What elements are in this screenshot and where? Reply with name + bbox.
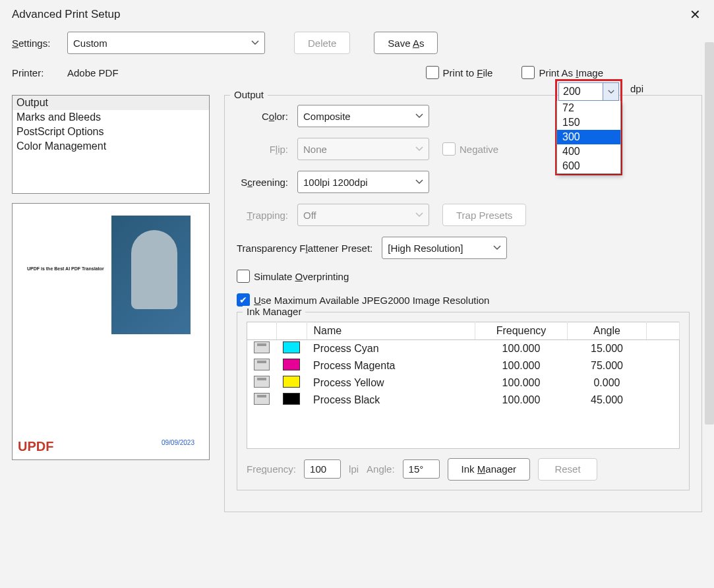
trapping-label: Trapping: [237,210,288,221]
dpi-value[interactable]: 200 [558,82,603,101]
sidebar-item-output[interactable]: Output [13,96,209,110]
print-to-file-checkbox[interactable]: Print to File [426,66,493,79]
color-swatch [283,376,300,388]
ink-angle: 45.000 [568,392,647,409]
vertical-scrollbar[interactable] [705,42,714,425]
dpi-option[interactable]: 72 [557,101,620,115]
ink-row[interactable]: Process Cyan100.00015.000 [247,340,680,358]
section-listbox[interactable]: Output Marks and Bleeds PostScript Optio… [12,95,210,194]
ink-manager-legend: Ink Manager [243,306,305,317]
dpi-option[interactable]: 150 [557,115,620,130]
dpi-option[interactable]: 300 [557,130,620,144]
color-select[interactable]: Composite [297,105,429,127]
preview-date: 09/09/2023 [162,439,194,446]
printer-value: Adobe PDF [67,67,265,78]
checkbox-checked-icon: ✔ [237,293,250,307]
screening-select[interactable]: 100lpi 1200dpi [297,171,429,193]
checkbox-icon [442,142,456,156]
flip-label: Flip: [237,144,288,155]
color-swatch [283,359,300,370]
ink-name: Process Yellow [307,374,475,392]
chevron-down-icon [415,212,423,218]
checkbox-icon [521,66,535,79]
printer-icon [254,376,270,388]
ink-frequency: 100.000 [475,340,568,358]
chevron-down-icon [251,40,259,45]
flattener-label: Transparency Flattener Preset: [237,243,372,254]
checkbox-icon [426,66,439,79]
color-label: Color: [237,111,288,122]
title-bar: Advanced Print Setup ✕ [0,0,714,26]
print-preview: UPDF is the Best AI PDF Translator 09/09… [12,203,210,460]
settings-select[interactable]: Custom [67,32,265,54]
close-icon[interactable]: ✕ [686,7,705,22]
col-frequency[interactable]: Frequency [475,322,568,340]
advanced-print-setup-dialog: Advanced Print Setup ✕ Settings: Custom … [0,0,714,588]
ink-angle: 75.000 [568,357,647,374]
simulate-overprint-checkbox[interactable]: Simulate Overprinting [237,270,349,283]
color-swatch [283,393,300,405]
lpi-label: lpi [349,463,359,475]
trap-presets-button: Trap Presets [442,204,526,226]
output-legend: Output [230,89,268,100]
checkbox-icon [237,270,250,283]
frequency-label: Frequency: [247,463,296,475]
flip-select: None [297,138,429,160]
print-to-file-label: Print to File [443,67,493,78]
ink-row[interactable]: Process Magenta100.00075.000 [247,357,680,374]
ink-name: Process Magenta [307,357,475,374]
color-swatch [283,341,300,353]
chevron-down-icon [493,245,501,250]
use-max-jpeg-checkbox[interactable]: ✔ Use Maximum Available JPEG2000 Image R… [237,293,489,307]
ink-table: Name Frequency Angle Process Cyan100.000… [247,322,680,449]
ink-name: Process Cyan [307,340,475,358]
delete-button[interactable]: Delete [294,32,350,54]
printer-label: Printer: [12,67,58,78]
dpi-dropdown-list[interactable]: 72150300400600 [556,101,621,174]
angle-label: Angle: [367,463,395,475]
ink-frequency: 100.000 [475,357,568,374]
col-name[interactable]: Name [307,322,475,340]
dpi-control[interactable]: 200 72150300400600 dpi [555,79,634,175]
sidebar-item-color-mgmt[interactable]: Color Management [13,139,209,154]
sidebar-item-marks-bleeds[interactable]: Marks and Bleeds [13,110,209,125]
trapping-select: Off [297,204,429,226]
dpi-dropdown-button[interactable] [603,82,619,101]
col-angle[interactable]: Angle [568,322,647,340]
window-title: Advanced Print Setup [12,8,120,21]
ink-angle: 0.000 [568,374,647,392]
use-max-jpeg-label: Use Maximum Available JPEG2000 Image Res… [254,295,489,306]
reset-button: Reset [538,458,597,481]
screening-label: Screening: [237,177,288,188]
sidebar-item-postscript[interactable]: PostScript Options [13,125,209,139]
dpi-option[interactable]: 600 [557,159,620,173]
save-as-label: Save As [388,38,424,49]
printer-icon [254,359,270,370]
preview-caption: UPDF is the Best AI PDF Translator [27,266,104,271]
ink-manager-button[interactable]: Ink Manager [448,458,530,481]
dpi-unit: dpi [630,83,643,94]
angle-input[interactable]: 15° [403,459,440,479]
ink-frequency: 100.000 [475,392,568,409]
ink-angle: 15.000 [568,340,647,358]
chevron-down-icon [415,113,423,119]
negative-checkbox: Negative [442,142,498,156]
print-as-image-label: Print As Image [539,67,603,78]
ink-row[interactable]: Process Yellow100.0000.000 [247,374,680,392]
settings-value: Custom [73,38,107,49]
flattener-select[interactable]: [High Resolution] [382,237,507,259]
save-as-button[interactable]: Save As [374,32,438,54]
printer-icon [254,341,270,353]
ink-name: Process Black [307,392,475,409]
dpi-option[interactable]: 400 [557,144,620,159]
chevron-down-icon [415,146,423,152]
print-as-image-checkbox[interactable]: Print As Image [521,66,603,79]
frequency-input[interactable]: 100 [304,459,341,479]
settings-label: Settings: [12,38,58,49]
preview-figure [131,230,177,309]
ink-row[interactable]: Process Black100.00045.000 [247,392,680,409]
chevron-down-icon [415,179,423,185]
preview-watermark: UPDF [18,439,53,454]
printer-icon [254,393,270,405]
ink-manager-fieldset: Ink Manager Name Frequency Angle [237,312,690,490]
